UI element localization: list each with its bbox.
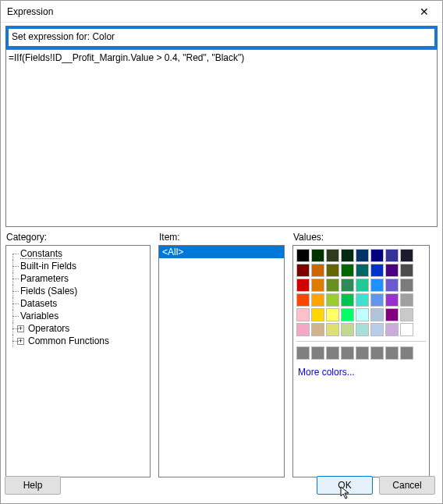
color-swatch[interactable] xyxy=(326,264,339,277)
color-swatch[interactable] xyxy=(400,323,413,336)
standard-color-row xyxy=(296,346,426,360)
standard-color-swatch[interactable] xyxy=(341,346,354,360)
color-swatch[interactable] xyxy=(356,264,369,277)
ok-button[interactable]: OK xyxy=(317,476,373,495)
color-swatch[interactable] xyxy=(356,279,369,292)
category-item[interactable]: Variables xyxy=(8,310,150,322)
color-swatch[interactable] xyxy=(385,249,399,262)
dialog-button-row: Help OK Cancel xyxy=(5,476,435,495)
color-swatch[interactable] xyxy=(370,279,384,292)
category-item[interactable]: +Operators xyxy=(8,322,150,335)
standard-color-swatch[interactable] xyxy=(400,346,413,360)
category-item[interactable]: Fields (Sales) xyxy=(8,285,150,297)
color-swatch[interactable] xyxy=(341,308,354,321)
color-swatch[interactable] xyxy=(400,264,413,277)
expression-textarea[interactable] xyxy=(6,50,437,225)
category-item[interactable]: Parameters xyxy=(8,272,150,285)
category-item[interactable]: Datasets xyxy=(8,297,150,310)
help-button[interactable]: Help xyxy=(5,476,61,495)
category-list[interactable]: ConstantsBuilt-in FieldsParametersFields… xyxy=(5,245,151,477)
color-swatch[interactable] xyxy=(296,308,310,321)
color-swatch[interactable] xyxy=(400,308,413,321)
window-title: Expression xyxy=(7,6,411,17)
color-swatch[interactable] xyxy=(370,323,384,336)
color-swatch[interactable] xyxy=(385,323,399,336)
color-swatch[interactable] xyxy=(400,293,413,307)
standard-color-swatch[interactable] xyxy=(385,346,399,360)
color-swatch[interactable] xyxy=(370,249,384,262)
standard-color-swatch[interactable] xyxy=(296,346,310,360)
item-list[interactable]: <All> xyxy=(158,245,285,477)
category-item-label: Common Functions xyxy=(27,335,109,346)
color-swatch[interactable] xyxy=(356,308,369,321)
color-swatch[interactable] xyxy=(311,249,324,262)
color-swatch[interactable] xyxy=(385,308,399,321)
color-swatch[interactable] xyxy=(385,279,399,292)
category-item-label: Parameters xyxy=(19,273,69,284)
category-item[interactable]: +Common Functions xyxy=(8,335,150,347)
standard-color-swatch[interactable] xyxy=(370,346,384,360)
color-swatch[interactable] xyxy=(311,293,324,307)
color-swatch[interactable] xyxy=(356,249,369,262)
color-swatch[interactable] xyxy=(296,279,310,292)
color-swatch[interactable] xyxy=(296,293,310,307)
color-swatch[interactable] xyxy=(370,264,384,277)
values-panel: More colors... xyxy=(292,245,430,477)
color-swatch[interactable] xyxy=(356,323,369,336)
color-swatch[interactable] xyxy=(385,293,399,307)
category-item-label: Datasets xyxy=(19,298,57,309)
close-icon: ✕ xyxy=(420,5,429,18)
color-swatch[interactable] xyxy=(311,323,324,336)
color-swatch[interactable] xyxy=(326,308,339,321)
color-swatch[interactable] xyxy=(370,308,384,321)
color-swatch[interactable] xyxy=(296,323,310,336)
category-item[interactable]: Constants xyxy=(8,247,150,260)
color-swatch[interactable] xyxy=(296,249,310,262)
color-swatch[interactable] xyxy=(370,293,384,307)
swatch-divider xyxy=(296,341,426,342)
expression-highlight: Set expression for: Color xyxy=(5,26,438,49)
color-swatch[interactable] xyxy=(326,279,339,292)
category-item[interactable]: Built-in Fields xyxy=(8,260,150,272)
color-swatch[interactable] xyxy=(385,264,399,277)
more-colors-link[interactable]: More colors... xyxy=(296,366,426,378)
category-item-label: Built-in Fields xyxy=(19,261,76,272)
color-swatch[interactable] xyxy=(326,323,339,336)
color-swatch[interactable] xyxy=(400,279,413,292)
color-swatch[interactable] xyxy=(311,308,324,321)
color-swatch[interactable] xyxy=(326,249,339,262)
category-item-label: Variables xyxy=(19,311,58,321)
standard-color-swatch[interactable] xyxy=(311,346,324,360)
title-bar: Expression ✕ xyxy=(1,1,442,23)
color-swatch[interactable] xyxy=(400,249,413,262)
color-swatch[interactable] xyxy=(296,264,310,277)
color-swatch[interactable] xyxy=(341,279,354,292)
item-label: Item: xyxy=(159,232,285,243)
color-swatch[interactable] xyxy=(326,293,339,307)
standard-color-swatch[interactable] xyxy=(326,346,339,360)
standard-color-swatch[interactable] xyxy=(356,346,369,360)
cancel-button[interactable]: Cancel xyxy=(379,476,435,495)
close-button[interactable]: ✕ xyxy=(411,3,438,20)
color-grid xyxy=(296,249,426,336)
expression-label: Set expression for: Color xyxy=(10,30,433,44)
color-swatch[interactable] xyxy=(311,264,324,277)
values-label: Values: xyxy=(293,232,430,243)
category-label: Category: xyxy=(6,232,151,243)
expression-textarea-container xyxy=(5,49,438,227)
category-item-label: Operators xyxy=(27,323,69,334)
color-swatch[interactable] xyxy=(341,323,354,336)
category-item-label: Fields (Sales) xyxy=(19,286,77,296)
color-swatch[interactable] xyxy=(341,249,354,262)
item-selected[interactable]: <All> xyxy=(159,246,284,258)
color-swatch[interactable] xyxy=(341,264,354,277)
color-swatch[interactable] xyxy=(311,279,324,292)
color-swatch[interactable] xyxy=(356,293,369,307)
category-item-label: Constants xyxy=(19,248,62,259)
color-swatch[interactable] xyxy=(341,293,354,307)
